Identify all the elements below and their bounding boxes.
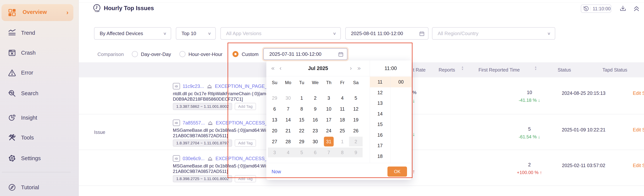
calendar-day[interactable]: 24: [322, 126, 336, 136]
issue-exception-link[interactable]: EXCEPTION_ACCESS_...: [216, 120, 272, 126]
reports-value: 5: [511, 126, 548, 132]
calendar-day[interactable]: 25: [336, 126, 349, 136]
edit-status-link[interactable]: Edit Status: [626, 163, 644, 168]
calendar-day[interactable]: 30: [281, 93, 295, 103]
add-tag-button[interactable]: Add Tag: [235, 103, 256, 110]
add-tag-button[interactable]: Add Tag: [235, 175, 256, 182]
calendar-day[interactable]: 29: [268, 93, 281, 103]
calendar-day[interactable]: 23: [308, 126, 322, 136]
sidebar-item-label: Crash: [21, 50, 36, 56]
calendar-day[interactable]: 11: [336, 104, 349, 114]
calendar-day[interactable]: 1: [295, 93, 308, 103]
calendar-day[interactable]: 9: [308, 104, 322, 114]
calendar-day-number: 6: [273, 106, 276, 112]
radio-hour-over-hour-label[interactable]: Hour-over-Hour: [188, 51, 222, 57]
next-month-icon[interactable]: ›: [350, 65, 352, 71]
edit-status-link[interactable]: Edit Status: [626, 127, 644, 133]
sidebar-item-tutorial[interactable]: Tutorial: [0, 181, 78, 193]
calendar-day-number: 31: [324, 137, 334, 146]
sidebar-item-search[interactable]: Search: [0, 87, 78, 99]
now-link[interactable]: Now: [272, 169, 281, 175]
calendar-day[interactable]: 7: [281, 104, 295, 114]
sidebar-item-tools[interactable]: Tools: [0, 132, 78, 144]
calendar-day[interactable]: 17: [322, 115, 336, 125]
sidebar-item-insight[interactable]: Insight: [0, 112, 78, 124]
calendar-day[interactable]: 20: [268, 126, 281, 136]
calendar-day[interactable]: 12: [349, 104, 363, 114]
calendar-day[interactable]: 28: [281, 137, 295, 146]
issue-title-line: ID11c9c23...EXCEPTION_IN_PAGE_...: [173, 83, 271, 89]
calendar-day[interactable]: 1: [336, 137, 349, 146]
calendar-day[interactable]: 18: [336, 115, 349, 125]
calendar-day[interactable]: 6: [268, 104, 281, 114]
ok-button[interactable]: OK: [388, 167, 407, 177]
sort-reports[interactable]: ▲▼: [461, 66, 464, 71]
col-reports: Reports: [438, 67, 455, 73]
calendar-day-number: 20: [272, 128, 277, 134]
app-versions-select[interactable]: All App Versions ∨: [220, 27, 341, 40]
page-title: Hourly Top Issues: [104, 5, 154, 12]
crash-window-icon: [8, 49, 16, 57]
sidebar-item-error[interactable]: Error: [0, 67, 78, 79]
calendar-day[interactable]: 3: [322, 93, 336, 103]
crashsight-hourly-top-issues-page: Overview›TrendCrashErrorSearchInsightToo…: [0, 0, 644, 196]
calendar-day[interactable]: 10: [322, 104, 336, 114]
calendar-day[interactable]: 4: [336, 93, 349, 103]
top-n-select[interactable]: Top 10 ∨: [176, 27, 216, 40]
sort-first-reported[interactable]: ▲▼: [534, 66, 537, 71]
edit-status-link[interactable]: Edit Status: [626, 90, 644, 96]
auto-refresh-control[interactable]: 5 11:10:00: [581, 4, 611, 13]
collapse-double-chevron-up-icon[interactable]: [633, 5, 640, 12]
issue-id-link[interactable]: 030e6c9...: [183, 156, 205, 161]
calendar-day[interactable]: 19: [349, 115, 363, 125]
minute-option[interactable]: 00: [390, 77, 412, 87]
calendar-day[interactable]: 21: [281, 126, 295, 136]
calendar-day[interactable]: 29: [295, 137, 308, 146]
date-range-picker[interactable]: 2025-08-01 11:00-12:00: [345, 27, 428, 40]
time-panel-header: 11:00: [370, 65, 412, 71]
calendar-day-number: 30: [312, 139, 318, 144]
region-country-select[interactable]: All Region/Country ∨: [432, 27, 555, 40]
calendar-day[interactable]: 14: [281, 115, 295, 125]
calendar-day[interactable]: 27: [268, 137, 281, 146]
custom-date-input[interactable]: 2025-07-31 11:00-12:00: [263, 48, 348, 60]
sidebar-item-overview[interactable]: Overview›: [2, 4, 73, 21]
dimension-select[interactable]: By Affected Devices ∨: [94, 27, 171, 40]
calendar-day[interactable]: 5: [349, 93, 363, 103]
calendar-day[interactable]: 8: [295, 104, 308, 114]
hour-option[interactable]: 13: [370, 98, 390, 109]
month-year-label[interactable]: Jul 2025: [266, 65, 370, 71]
issue-exception-link[interactable]: EXCEPTION_IN_PAGE_...: [215, 84, 272, 89]
radio-day-over-day-label[interactable]: Day-over-Day: [141, 51, 171, 57]
next-year-icon[interactable]: »: [357, 65, 361, 71]
radio-custom-label[interactable]: Custom: [242, 51, 258, 57]
calendar-day[interactable]: 15: [295, 115, 308, 125]
hour-option[interactable]: 18: [370, 151, 390, 162]
issue-id-link[interactable]: 7a85557...: [183, 120, 205, 126]
calendar-day[interactable]: 22: [295, 126, 308, 136]
calendar-day[interactable]: 16: [308, 115, 322, 125]
calendar-day[interactable]: 30: [308, 137, 322, 146]
radio-hour-over-hour[interactable]: [180, 51, 186, 57]
sidebar-item-label: Overview: [22, 9, 47, 15]
hour-option[interactable]: 12: [370, 87, 390, 98]
hour-option[interactable]: 17: [370, 140, 390, 151]
hour-option[interactable]: 15: [370, 119, 390, 130]
hour-option[interactable]: 16: [370, 130, 390, 140]
radio-custom[interactable]: [232, 51, 238, 57]
sidebar-item-settings[interactable]: Settings: [0, 152, 78, 164]
radio-day-over-day[interactable]: [132, 51, 138, 57]
issue-id-link[interactable]: 11c9c23...: [183, 84, 204, 89]
calendar-day[interactable]: 2: [308, 93, 322, 103]
hour-option[interactable]: 11: [370, 77, 390, 87]
add-tag-button[interactable]: Add Tag: [235, 140, 256, 147]
sidebar-item-crash[interactable]: Crash: [0, 47, 78, 59]
calendar-day[interactable]: 13: [268, 115, 281, 125]
calendar-day[interactable]: 26: [349, 126, 363, 136]
sidebar-divider: [2, 172, 71, 172]
hour-option[interactable]: 14: [370, 109, 390, 119]
download-icon[interactable]: [619, 5, 627, 12]
issue-exception-link[interactable]: EXCEPTION_ACCESS_...: [216, 156, 271, 161]
sidebar-item-trend[interactable]: Trend: [0, 27, 78, 39]
calendar-day[interactable]: 31: [322, 137, 336, 146]
